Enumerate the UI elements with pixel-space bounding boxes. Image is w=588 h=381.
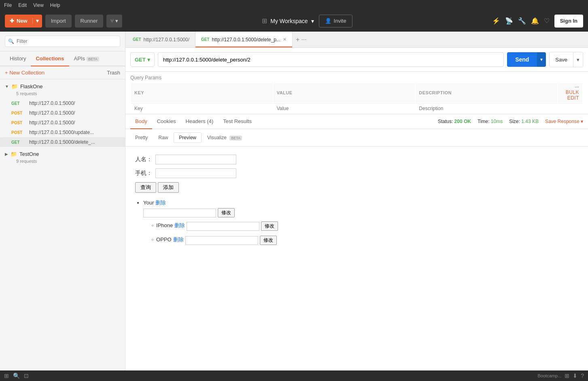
size-value: 1.43 KB bbox=[521, 119, 539, 124]
response-tab-headers[interactable]: Headers (4) bbox=[181, 114, 219, 129]
new-button-arrow[interactable]: ▾ bbox=[33, 18, 42, 24]
tab-close-icon[interactable]: ✕ bbox=[283, 37, 287, 42]
help-icon[interactable]: ? bbox=[581, 372, 584, 379]
modify-button[interactable]: 修改 bbox=[218, 208, 235, 217]
collection-name: FlaskOne bbox=[20, 83, 43, 89]
view-tabs-bar: Pretty Raw Preview Visualize BETA bbox=[125, 129, 588, 147]
menu-view[interactable]: View bbox=[33, 2, 44, 8]
add-button[interactable]: 添加 bbox=[158, 182, 179, 193]
method-badge-post: POST bbox=[11, 130, 26, 135]
more-icon[interactable]: ··· bbox=[575, 85, 579, 89]
save-response-button[interactable]: Save Response ▾ bbox=[545, 119, 583, 124]
import-button[interactable]: Import bbox=[45, 15, 72, 28]
sidebar-list: ▼ 📁 FlaskOne 5 requests GET http://127.0… bbox=[0, 79, 125, 370]
sub-item-input[interactable] bbox=[185, 236, 258, 245]
method-select[interactable]: GET ▾ bbox=[130, 52, 155, 67]
tab-history[interactable]: History bbox=[5, 51, 31, 66]
desc-col-header: DESCRIPTION bbox=[416, 83, 557, 102]
save-arrow-button[interactable]: ▾ bbox=[573, 52, 583, 67]
send-arrow-button[interactable]: ▾ bbox=[537, 52, 546, 67]
bulk-edit-link[interactable]: Bulk Edit bbox=[566, 89, 579, 101]
response-tab-body[interactable]: Body bbox=[130, 114, 152, 129]
search-status-icon[interactable]: 🔍 bbox=[13, 372, 20, 379]
view-tab-visualize[interactable]: Visualize BETA bbox=[202, 133, 247, 143]
fork-arrow: ▾ bbox=[115, 18, 118, 24]
name-row: 人名： bbox=[135, 155, 578, 164]
status-right: Bootcamp... ⊞ ⬇ ? bbox=[538, 372, 584, 379]
response-meta: Status: 200 OK Time: 10ms Size: 1.43 KB … bbox=[438, 119, 583, 124]
main-layout: 🔍 History Collections APIsBETA + New Col… bbox=[0, 32, 588, 370]
heart-icon-btn[interactable]: ♡ bbox=[544, 17, 550, 25]
response-tab-test[interactable]: Test Results bbox=[218, 114, 257, 129]
more-tabs-button[interactable]: ··· bbox=[301, 36, 306, 43]
collection-flaskone-header[interactable]: ▼ 📁 FlaskOne bbox=[5, 82, 120, 91]
request-item[interactable]: POST http://127.0.0.1:5000/ bbox=[0, 118, 125, 128]
runner-button[interactable]: Runner bbox=[75, 15, 104, 28]
view-tab-raw[interactable]: Raw bbox=[153, 133, 173, 143]
request-item[interactable]: GET http://127.0.0.1:5000/ bbox=[0, 98, 125, 108]
new-button[interactable]: ✚New ▾ bbox=[5, 15, 42, 28]
tab-get-delete[interactable]: GET http://127.0.0.1:5000/delete_p... ✕ bbox=[195, 32, 293, 47]
sub-list: IPhone 删除 修改 OPPO 删除 修改 bbox=[143, 220, 578, 245]
new-collection-button[interactable]: + New Collection bbox=[5, 70, 45, 76]
workspace-button[interactable]: ⊞ My Workspace ▾ bbox=[262, 17, 314, 25]
sub-modify-button[interactable]: 修改 bbox=[261, 221, 278, 231]
console-icon[interactable]: ⊡ bbox=[24, 372, 29, 379]
save-button-group: Save ▾ bbox=[549, 52, 583, 67]
phone-field[interactable] bbox=[155, 168, 236, 178]
tabs-bar: GET http://127.0.0.1:5000/ GET http://12… bbox=[125, 32, 588, 48]
view-tab-preview[interactable]: Preview bbox=[174, 132, 202, 143]
main-content: GET http://127.0.0.1:5000/ GET http://12… bbox=[125, 32, 588, 370]
grid-icon[interactable]: ⊞ bbox=[565, 372, 569, 379]
new-button-main[interactable]: ✚New bbox=[5, 18, 33, 24]
tab-actions: + ··· bbox=[293, 36, 310, 43]
fork-button[interactable]: ⑂ ▾ bbox=[106, 15, 122, 28]
tab-get-root[interactable]: GET http://127.0.0.1:5000/ bbox=[127, 32, 195, 47]
satellite-icon-btn[interactable]: 📡 bbox=[505, 17, 513, 25]
desc-input[interactable] bbox=[419, 106, 554, 111]
params-header: Query Params bbox=[130, 72, 583, 82]
send-button[interactable]: Send bbox=[507, 52, 537, 67]
layout-icon[interactable]: ⊞ bbox=[4, 372, 9, 379]
folder-icon: 📁 bbox=[11, 83, 18, 89]
save-button[interactable]: Save bbox=[550, 52, 573, 67]
value-input[interactable] bbox=[277, 106, 412, 111]
request-item-active[interactable]: GET http://127.0.0.1:5000/delete_... bbox=[0, 137, 125, 147]
name-field[interactable] bbox=[155, 155, 236, 164]
query-button[interactable]: 查询 bbox=[135, 182, 156, 193]
sub-delete-link[interactable]: 删除 bbox=[174, 222, 185, 229]
request-item[interactable]: POST http://127.0.0.1:5000/ bbox=[0, 108, 125, 118]
menu-help[interactable]: Help bbox=[50, 2, 60, 8]
main-list: Your 删除 修改 IPhone 删除 修改 bbox=[135, 199, 578, 245]
url-input[interactable] bbox=[158, 52, 504, 67]
add-tab-button[interactable]: + bbox=[296, 36, 299, 43]
lightning-icon-btn[interactable]: ⚡ bbox=[492, 17, 500, 25]
collection-testone-header[interactable]: ▶ 📁 TestOne bbox=[5, 149, 120, 159]
sub-delete-link[interactable]: 删除 bbox=[173, 236, 184, 243]
wrench-icon-btn[interactable]: 🔧 bbox=[518, 17, 526, 25]
actions-col-header: ··· Bulk Edit bbox=[558, 83, 582, 102]
download-icon[interactable]: ⬇ bbox=[573, 372, 577, 379]
method-badge-post: POST bbox=[11, 111, 26, 115]
sub-modify-button[interactable]: 修改 bbox=[260, 236, 277, 245]
response-tab-cookies[interactable]: Cookies bbox=[152, 114, 181, 129]
view-tab-pretty[interactable]: Pretty bbox=[130, 133, 153, 143]
delete-link[interactable]: 删除 bbox=[155, 200, 166, 206]
item-input[interactable] bbox=[143, 209, 216, 217]
sub-item-input-row: 修改 bbox=[185, 236, 277, 245]
tab-collections[interactable]: Collections bbox=[31, 51, 69, 66]
tab-apis[interactable]: APIsBETA bbox=[69, 51, 104, 66]
search-input[interactable] bbox=[5, 36, 120, 47]
key-input[interactable] bbox=[134, 106, 270, 111]
bell-icon-btn[interactable]: 🔔 bbox=[531, 17, 539, 25]
trash-button[interactable]: Trash bbox=[107, 70, 120, 76]
menu-file[interactable]: File bbox=[4, 2, 12, 8]
request-url: http://127.0.0.1:5000/ bbox=[29, 100, 120, 106]
invite-button[interactable]: 👤 Invite bbox=[319, 15, 352, 28]
menu-edit[interactable]: Edit bbox=[18, 2, 27, 8]
workspace-icon: ⊞ bbox=[262, 17, 267, 25]
sub-item-input[interactable] bbox=[187, 222, 259, 231]
request-item[interactable]: POST http://127.0.0.1:5000/update... bbox=[0, 128, 125, 137]
signin-button[interactable]: Sign In bbox=[554, 15, 583, 28]
tab-url: http://127.0.0.1:5000/delete_p... bbox=[212, 37, 280, 43]
